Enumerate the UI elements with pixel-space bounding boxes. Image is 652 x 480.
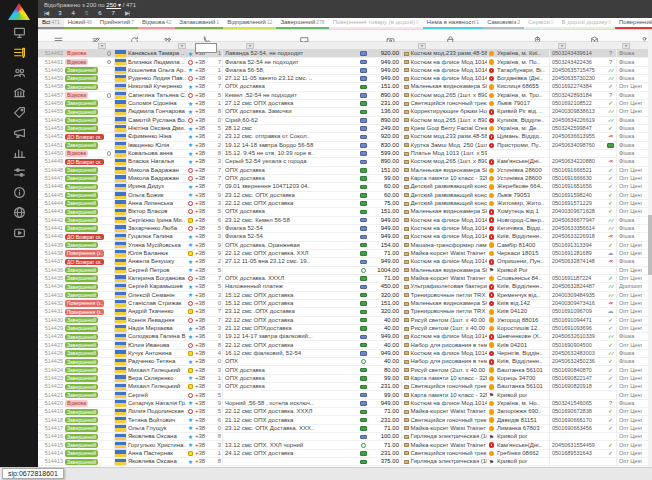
nav-dashboard[interactable] xyxy=(9,26,29,42)
clock-icon xyxy=(105,424,113,432)
cod-payment-icon xyxy=(360,160,367,165)
phone-number: +38 xyxy=(195,300,213,308)
comment-icon[interactable] xyxy=(300,31,310,41)
tab-sent[interactable]: Відправлений12 xyxy=(223,18,276,29)
nav-orders[interactable] xyxy=(9,46,29,62)
products-icon[interactable] xyxy=(446,31,456,41)
tab-all[interactable]: Всі471 xyxy=(38,18,64,29)
rows-icon[interactable] xyxy=(54,31,64,41)
clock-icon xyxy=(105,66,113,74)
page-button-3[interactable]: 3 xyxy=(58,10,61,16)
ukrposhta-icon xyxy=(489,126,495,132)
tab-packed[interactable]: Запакований1 xyxy=(175,18,223,29)
delivered-icon: ✓ xyxy=(608,175,613,182)
nav-web[interactable] xyxy=(9,206,29,222)
lifecell-icon xyxy=(188,351,193,356)
column-filter-dropdown[interactable]: ▾ xyxy=(418,43,426,49)
column-filter-dropdown[interactable]: ▾ xyxy=(178,43,186,49)
tracking-icon[interactable] xyxy=(590,31,600,41)
days-count: 3 xyxy=(213,325,222,333)
ukrposhta-icon xyxy=(489,184,495,190)
column-filter-dropdown[interactable]: ▾ xyxy=(246,43,254,49)
page-button-7[interactable]: 7 xyxy=(112,10,115,16)
last-page-button[interactable]: ▶| xyxy=(125,9,129,16)
app-logo-icon[interactable] xyxy=(8,3,30,20)
days-count: 5 xyxy=(213,225,222,233)
column-filter-dropdown[interactable]: ▾ xyxy=(98,43,106,49)
status-icon[interactable] xyxy=(92,31,102,41)
column-filter-dropdown[interactable]: ▾ xyxy=(622,43,630,49)
phone-icon[interactable] xyxy=(202,31,212,41)
country-flag xyxy=(113,358,128,366)
cod-payment-icon xyxy=(360,351,367,356)
product-box-icon xyxy=(404,401,409,405)
nav-video[interactable] xyxy=(9,226,29,242)
clock-icon xyxy=(105,50,113,58)
ukraine-flag-icon xyxy=(115,175,126,182)
clock-icon xyxy=(107,151,112,156)
status-cell: Завершений xyxy=(65,141,105,149)
phone-filter-input[interactable] xyxy=(195,43,217,53)
product-cell: Карта памяти 10 класс - 32Гб *1.. xyxy=(401,175,487,183)
days-count: 7 xyxy=(213,175,222,183)
ukraine-flag-icon xyxy=(115,59,126,66)
address-icon[interactable] xyxy=(533,31,543,41)
phone-number: +38 xyxy=(195,333,213,341)
country-flag xyxy=(113,225,128,233)
clients-icon[interactable] xyxy=(163,31,173,41)
order-id: 514438 xyxy=(41,250,65,258)
money-icon[interactable] xyxy=(386,31,396,41)
tab-return-transit[interactable]: Повернення товару (в дорозі)0 xyxy=(329,18,423,29)
operator-cell: ★ xyxy=(186,100,195,108)
operator-cell: ★ xyxy=(186,83,195,91)
table-row[interactable]: 514413ЗавершенийЯковлева Оксана★+388375.… xyxy=(38,458,648,466)
vertical-scrollbar[interactable] xyxy=(648,30,652,467)
nav-marketing[interactable] xyxy=(9,126,29,142)
product-cell: Костюм на флисе Мод.1014 (1ш.. xyxy=(401,66,487,74)
scrollbar-thumb[interactable] xyxy=(648,215,652,275)
nav-clients[interactable] xyxy=(9,66,29,82)
phone-number: +38 xyxy=(195,424,213,432)
column-filter-dropdown[interactable]: ▾ xyxy=(558,43,566,49)
phone-number: +38 xyxy=(195,250,213,258)
tab-returned[interactable]: Повернений xyxy=(615,18,652,29)
tab-declined[interactable]: Відмова42 xyxy=(138,18,175,29)
ukrposhta-icon xyxy=(489,451,495,457)
track-status-cell: ✓ xyxy=(605,100,616,108)
tab-pickup[interactable]: Самовивіз2 xyxy=(483,18,524,29)
tab-completed[interactable]: Завершений278 xyxy=(276,18,328,29)
tab-services[interactable]: Сервіси0 xyxy=(524,18,558,29)
tab-accepted[interactable]: Прийнятий7 xyxy=(96,18,138,29)
order-id: 514448 xyxy=(41,166,65,174)
nav-companies[interactable] xyxy=(9,86,29,102)
status-cell: Повернення (з.. xyxy=(65,300,105,308)
tab-out-of-stock[interactable]: Нема в наявності1 xyxy=(423,18,483,29)
tracking-number: 0501691571229 xyxy=(549,200,605,208)
price: 231.00 xyxy=(368,383,401,391)
page-size-dropdown[interactable]: 250 ▾ xyxy=(106,2,121,8)
tracking-number: 20450634098760 xyxy=(549,141,605,149)
novaposhta-icon xyxy=(489,351,495,357)
phone-number: +38 xyxy=(195,366,213,374)
operator-cell xyxy=(186,216,195,224)
nav-info[interactable] xyxy=(9,186,29,202)
refresh-icon[interactable] xyxy=(130,31,140,41)
operator-cell: ★ xyxy=(186,66,195,74)
nav-products[interactable] xyxy=(9,106,29,122)
client-name: Сергей Карамышев xyxy=(128,283,186,291)
page-button-5[interactable]: 5 xyxy=(85,10,88,16)
first-page-button[interactable]: |◀ xyxy=(44,9,48,16)
nav-settings[interactable] xyxy=(9,166,29,182)
source: Фішка xyxy=(616,399,642,407)
tab-on-way-home[interactable]: В дорозі додому0 xyxy=(558,18,615,29)
status-cell: Завершений xyxy=(65,75,105,83)
nav-statistics[interactable] xyxy=(9,146,29,162)
page-button-6[interactable]: 6 xyxy=(98,10,101,16)
comment: Кемел ,52-54 не подходит xyxy=(222,91,358,99)
return-icon: -× xyxy=(608,258,612,265)
page-button-4[interactable]: 4 xyxy=(72,10,75,16)
price: 151.00 xyxy=(368,83,401,91)
tab-new[interactable]: Новий48 xyxy=(64,18,96,29)
order-id: 514419 xyxy=(41,408,65,416)
tracking-number: 20450633226918 xyxy=(549,233,605,241)
